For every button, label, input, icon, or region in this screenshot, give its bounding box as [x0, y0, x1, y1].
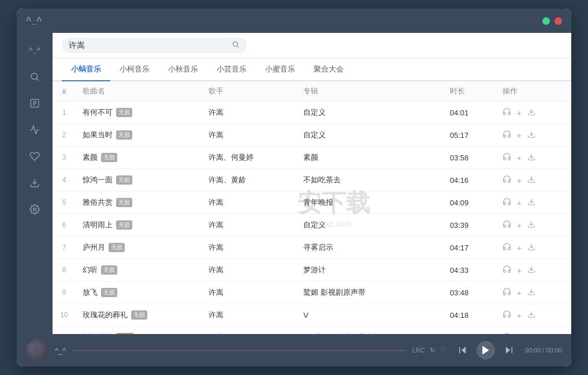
action-add[interactable]: +	[517, 310, 522, 320]
action-listen[interactable]	[503, 152, 511, 163]
action-download[interactable]	[527, 220, 535, 230]
table-row[interactable]: 6 清明雨上 无损 许嵩 自定义 03:39 +	[53, 214, 571, 237]
play-button[interactable]	[477, 341, 495, 359]
tabs-bar: 小蜗音乐 小柯音乐 小秋音乐 小芸音乐 小蜜音乐 聚合大会	[53, 58, 571, 81]
action-download[interactable]	[527, 265, 535, 275]
table-row[interactable]: 3 素颜 无损 许嵩、何曼婷 素颜 03:58 +	[53, 147, 571, 169]
table-row[interactable]: 8 幻听 无损 许嵩 梦游计 04:33 +	[53, 259, 571, 282]
action-download[interactable]	[527, 175, 535, 185]
next-button[interactable]	[500, 341, 518, 359]
sidebar-icon-settings[interactable]	[23, 198, 46, 221]
cell-artist: 许嵩	[202, 124, 296, 147]
dot-red[interactable]	[554, 17, 562, 25]
action-add[interactable]: +	[517, 153, 522, 163]
action-download[interactable]	[527, 310, 535, 320]
table-row[interactable]: 9 放飞 无损 许嵩 鹫媚 影视剧原声带 03:48 +	[53, 282, 571, 304]
song-title: 清明雨上	[83, 220, 113, 230]
song-title: 庐州月	[83, 242, 105, 253]
action-listen[interactable]	[503, 220, 511, 230]
svg-marker-25	[506, 347, 511, 354]
song-badge: EP版	[116, 333, 134, 334]
tab-juhui[interactable]: 聚合大会	[304, 58, 353, 81]
sidebar-icon-chart[interactable]	[23, 118, 46, 141]
col-number: #	[53, 81, 76, 102]
action-download[interactable]	[527, 198, 535, 208]
player-bar: ^_^ LRC ↻ ♡ 00:00 / 00:00	[17, 334, 571, 366]
action-listen[interactable]	[503, 265, 511, 275]
sidebar-icon-search[interactable]	[23, 65, 46, 88]
prev-button[interactable]	[453, 341, 472, 359]
action-listen[interactable]	[503, 310, 511, 320]
action-download[interactable]	[527, 243, 535, 253]
cell-actions: +	[496, 214, 571, 237]
cell-actions: +	[496, 102, 571, 124]
cell-actions: +	[496, 147, 571, 169]
table-row[interactable]: 1 有何不可 无损 许嵩 自定义 04:01 +	[53, 102, 571, 124]
progress-bar[interactable]	[73, 350, 405, 351]
table-row[interactable]: 10 玫瑰花的葬礼 无损 许嵩 V 04:18 +	[53, 304, 571, 327]
dot-green[interactable]	[542, 17, 550, 25]
search-submit-icon[interactable]	[232, 40, 240, 50]
song-badge: 无损	[116, 175, 132, 185]
action-listen[interactable]	[503, 197, 511, 208]
loop-icon[interactable]: ↻	[430, 346, 436, 354]
table-row[interactable]: 11 断桥残雪 EP版 许嵩 Vae新歌+精选珍藏合辑 03:47 +	[53, 327, 571, 335]
action-listen[interactable]	[503, 175, 511, 185]
table-row[interactable]: 2 如果当时 无损 许嵩 自定义 05:17 +	[53, 124, 571, 147]
action-add[interactable]: +	[517, 243, 522, 253]
search-input-wrapper	[62, 38, 247, 53]
action-listen[interactable]	[503, 130, 511, 140]
action-download[interactable]	[527, 333, 535, 335]
search-input[interactable]	[69, 41, 232, 50]
action-add[interactable]: +	[517, 220, 522, 230]
song-title: 有何不可	[83, 107, 113, 118]
action-download[interactable]	[527, 130, 535, 140]
sidebar-icon-playlist[interactable]	[23, 92, 46, 115]
cell-duration: 03:47	[443, 327, 496, 335]
cell-songname: 如果当时 无损	[76, 124, 202, 147]
sidebar-icon-download[interactable]	[23, 171, 46, 194]
cell-duration: 04:09	[443, 192, 496, 214]
action-listen[interactable]	[503, 287, 511, 298]
lrc-button[interactable]: LRC	[412, 347, 425, 354]
table-row[interactable]: 5 雅俗共赏 无损 许嵩 青年晚报 04:09 +	[53, 192, 571, 214]
cell-songname: 有何不可 无损	[76, 102, 202, 124]
cell-album: 自定义	[296, 102, 442, 124]
song-badge: 无损	[131, 310, 147, 320]
tab-xiaoqiu[interactable]: 小秋音乐	[159, 58, 207, 81]
cell-number: 6	[53, 214, 76, 237]
song-title: 断桥残雪	[83, 332, 113, 334]
action-add[interactable]: +	[517, 130, 522, 140]
table-row[interactable]: 7 庐州月 无损 许嵩 寻雾启示 04:17 +	[53, 237, 571, 259]
cell-songname: 惊鸿一面 无损	[76, 169, 202, 192]
col-duration: 时长	[443, 81, 496, 102]
tab-xiaowo[interactable]: 小蜗音乐	[62, 58, 110, 81]
action-listen[interactable]	[503, 242, 511, 253]
action-download[interactable]	[527, 288, 535, 298]
action-add[interactable]: +	[517, 333, 522, 335]
cell-artist: 许嵩	[202, 259, 296, 282]
cell-duration: 04:16	[443, 169, 496, 192]
cell-number: 5	[53, 192, 76, 214]
action-download[interactable]	[527, 153, 535, 163]
action-listen[interactable]	[503, 332, 511, 334]
cell-album: 自定义	[296, 124, 442, 147]
sidebar-icon-heart[interactable]	[23, 145, 46, 168]
action-listen[interactable]	[503, 107, 511, 118]
song-title: 雅俗共赏	[83, 197, 113, 208]
song-title: 幻听	[83, 265, 98, 275]
cell-album: 梦游计	[296, 259, 442, 282]
action-add[interactable]: +	[517, 175, 522, 185]
action-add[interactable]: +	[517, 288, 522, 298]
tab-xiaoke[interactable]: 小柯音乐	[110, 58, 159, 81]
tab-xiaoyun[interactable]: 小芸音乐	[207, 58, 256, 81]
table-row[interactable]: 4 惊鸿一面 无损 许嵩、黄龄 不如吃茶去 04:16 +	[53, 169, 571, 192]
action-add[interactable]: +	[517, 198, 522, 208]
song-badge: 无损	[116, 108, 132, 117]
favorite-icon[interactable]: ♡	[440, 346, 446, 354]
tab-xiaomi[interactable]: 小蜜音乐	[256, 58, 304, 81]
app-logo: ^_^	[26, 16, 42, 26]
action-add[interactable]: +	[517, 108, 522, 118]
action-add[interactable]: +	[517, 265, 522, 275]
action-download[interactable]	[527, 108, 535, 118]
